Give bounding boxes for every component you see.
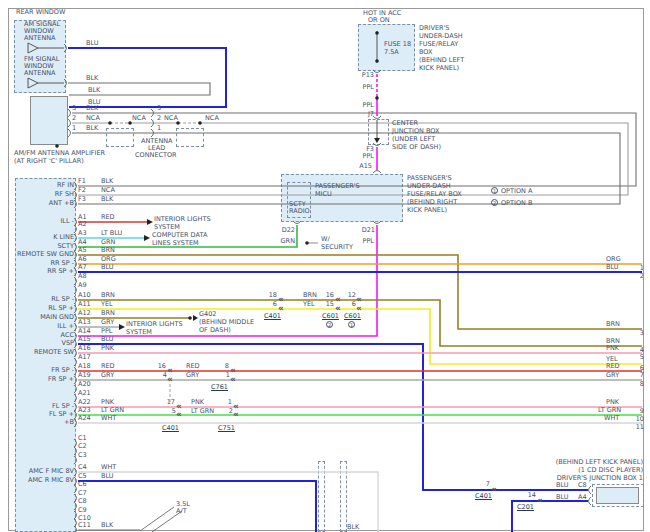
label-14: 14 bbox=[528, 492, 536, 499]
inline-connector-break-12: « bbox=[176, 410, 182, 419]
label-blu: BLU bbox=[101, 336, 114, 343]
label-c401: C401 bbox=[475, 493, 492, 500]
label-or-on: OR ON bbox=[368, 17, 390, 24]
label-junction-box: JUNCTION BOX bbox=[392, 128, 440, 135]
inline-connector-break-13: « bbox=[233, 410, 239, 419]
label-ppl: PPL bbox=[101, 328, 112, 335]
label-3: 3 bbox=[640, 330, 644, 337]
label-center: CENTER bbox=[392, 120, 418, 127]
label-blk: BLK bbox=[101, 522, 113, 529]
label-connector: CONNECTOR bbox=[135, 152, 177, 159]
label-c601: C601 bbox=[322, 313, 339, 320]
label-6: 6 bbox=[273, 301, 277, 308]
label-brn: BRN bbox=[101, 247, 115, 254]
label-brn: BRN bbox=[101, 310, 115, 317]
label-grn: GRN bbox=[281, 238, 295, 245]
label-3: 3 bbox=[72, 105, 76, 112]
label-2: 2 bbox=[157, 115, 161, 122]
label-pnk: PNK bbox=[101, 399, 114, 406]
label-c761: C761 bbox=[211, 384, 228, 391]
label-1: 1 bbox=[640, 265, 644, 272]
label-2: 2 bbox=[72, 115, 76, 122]
label-wht: WHT bbox=[604, 415, 619, 422]
label-blk: BLK bbox=[101, 178, 113, 185]
label-c6: C6 bbox=[78, 481, 87, 488]
label-a6: A6 bbox=[78, 256, 87, 263]
label-c201: C201 bbox=[517, 504, 534, 511]
label-a22: A22 bbox=[78, 399, 91, 406]
label-pnk: PNK bbox=[606, 345, 619, 352]
inline-connector-break-5: « bbox=[356, 304, 362, 313]
label-gry: GRY bbox=[101, 372, 114, 379]
label-k-line: K LINE bbox=[53, 234, 74, 241]
label-1: 1 bbox=[228, 399, 232, 406]
label-rr-sp-+: RR SP + bbox=[47, 268, 74, 275]
label-computer-data: COMPUTER DATA bbox=[152, 232, 207, 239]
label-nca: NCA bbox=[86, 115, 100, 122]
label-blu: BLU bbox=[556, 482, 569, 489]
label-a15: A15 bbox=[78, 336, 91, 343]
label-a2: A2 bbox=[78, 221, 87, 228]
inline-connector-break-4: « bbox=[335, 304, 341, 313]
label-behind-left-kick-panel: (BEHIND LEFT KICK PANEL) bbox=[556, 459, 643, 466]
label-ill: ILL - bbox=[60, 218, 74, 225]
label-+b: +B bbox=[64, 419, 74, 426]
label-a17: A17 bbox=[78, 354, 91, 361]
label-c8: C8 bbox=[578, 482, 587, 489]
label-c751: C751 bbox=[218, 425, 235, 432]
label-a5: A5 bbox=[78, 247, 87, 254]
label-8: 8 bbox=[640, 381, 644, 388]
label-a9: A9 bbox=[78, 282, 87, 289]
label-red: RED bbox=[101, 363, 115, 370]
label-fl-sp: FL SP - bbox=[52, 403, 74, 410]
label-c401: C401 bbox=[264, 313, 281, 320]
label-behind-right: (BEHIND RIGHT bbox=[407, 199, 457, 206]
label-blk: BLK bbox=[101, 196, 113, 203]
label-blk: BLK bbox=[347, 524, 359, 531]
label-kick-panel: KICK PANEL) bbox=[407, 207, 447, 214]
label-blk: BLK bbox=[86, 105, 98, 112]
label-f2: F2 bbox=[78, 187, 86, 194]
label-10: 10 bbox=[636, 416, 644, 423]
label-behind-left: (BEHIND LEFT bbox=[419, 57, 464, 64]
label-under-left: (UNDER LEFT bbox=[392, 136, 435, 143]
label-a14: A14 bbox=[78, 328, 91, 335]
label-blu: BLU bbox=[606, 264, 619, 271]
label-8: 8 bbox=[225, 363, 229, 370]
label-a10: A10 bbox=[78, 292, 91, 299]
label-passenger-s: PASSENGER'S bbox=[407, 175, 452, 182]
label-rl-sp-+: RL SP + bbox=[48, 305, 74, 312]
label-a21: A21 bbox=[78, 390, 91, 397]
label-yel: YEL bbox=[303, 301, 315, 308]
label-c2: C2 bbox=[78, 443, 87, 450]
label-driver-s: DRIVER'S bbox=[419, 25, 449, 32]
label-nca: NCA bbox=[132, 115, 146, 122]
label-vsp: VSP bbox=[62, 340, 75, 347]
label-a16: A16 bbox=[78, 345, 91, 352]
label-blu: BLU bbox=[101, 473, 114, 480]
label-w: W/ bbox=[321, 236, 330, 243]
label-remote-sw: REMOTE SW bbox=[34, 349, 74, 356]
label-rl-sp: RL SP - bbox=[51, 296, 74, 303]
label-18: 18 bbox=[269, 292, 277, 299]
label-red: RED bbox=[101, 214, 115, 221]
label-red: RED bbox=[606, 363, 620, 370]
label-blk: BLK bbox=[88, 87, 100, 94]
option-marker-1: 1 bbox=[348, 321, 355, 328]
label-rf-in: RF IN bbox=[57, 182, 74, 189]
label-interior-lights: INTERIOR LIGHTS bbox=[154, 216, 211, 223]
label-fr-sp-+: FR SP + bbox=[48, 376, 74, 383]
label-brn: BRN bbox=[101, 292, 115, 299]
label-17: 17 bbox=[167, 399, 175, 406]
label-c9: C9 bbox=[78, 507, 87, 514]
label-wht: WHT bbox=[101, 415, 116, 422]
label-a8: A8 bbox=[78, 273, 87, 280]
label-gry: GRY bbox=[186, 372, 199, 379]
label-blk: BLK bbox=[86, 125, 98, 132]
label-7-5a: 7.5A bbox=[384, 49, 399, 56]
label-d22: D22 bbox=[282, 227, 295, 234]
label-gry: GRY bbox=[606, 372, 619, 379]
option-marker-2: 2 bbox=[491, 199, 498, 206]
label-a23: A23 bbox=[78, 407, 91, 414]
label-a15: A15 bbox=[359, 163, 372, 170]
